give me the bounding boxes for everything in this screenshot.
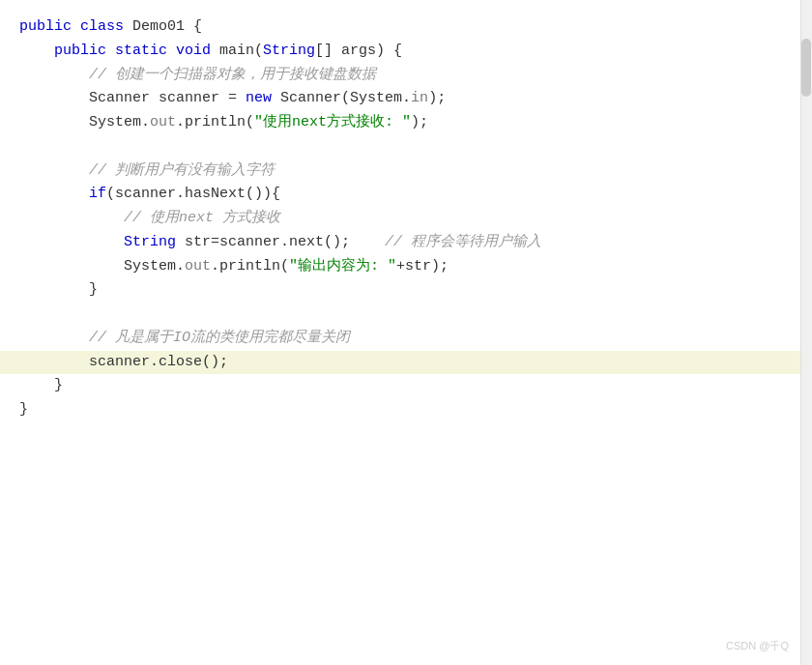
- token: );: [411, 114, 428, 130]
- token: Demo01 {: [132, 18, 202, 35]
- token: }: [19, 401, 28, 418]
- code-line: System.out.println("使用next方式接收: ");: [19, 111, 793, 135]
- token: .println(: [211, 258, 289, 275]
- code-line: Scanner scanner = new Scanner(System.in)…: [19, 87, 793, 111]
- token: str=scanner.next();: [176, 234, 350, 250]
- token: [19, 234, 124, 250]
- code-line: // 创建一个扫描器对象，用于接收键盘数据: [19, 64, 793, 88]
- token: public: [54, 43, 115, 59]
- token: );: [428, 90, 446, 106]
- code-line: scanner.close();: [0, 351, 812, 375]
- code-line: // 判断用户有没有输入字符: [19, 159, 793, 184]
- comment-text: // 判断用户有没有输入字符: [19, 162, 275, 179]
- code-line: // 凡是属于IO流的类使用完都尽量关闭: [19, 327, 793, 351]
- token: out: [185, 258, 211, 275]
- scrollbar[interactable]: [800, 0, 812, 665]
- comment-text: // 使用next 方式接收: [19, 210, 280, 226]
- token: "输出内容为: ": [289, 258, 396, 275]
- token: }: [19, 377, 63, 393]
- token: System.: [19, 114, 150, 130]
- token: "使用next方式接收: ": [254, 114, 411, 130]
- code-line: public static void main(String[] args) {: [19, 40, 793, 64]
- code-line: // 使用next 方式接收: [19, 207, 793, 231]
- token: // 程序会等待用户输入: [350, 234, 541, 250]
- token: System.: [19, 258, 185, 275]
- code-line: [19, 135, 793, 159]
- code-line: public class Demo01 {: [19, 15, 793, 40]
- token: Scanner: [89, 90, 150, 106]
- code-line: if(scanner.hasNext()){: [19, 183, 793, 207]
- token: [19, 186, 89, 202]
- token: +str);: [396, 258, 449, 275]
- token: Scanner(System.: [280, 90, 411, 106]
- code-line: [19, 303, 793, 327]
- token: static: [115, 43, 176, 59]
- code-line: String str=scanner.next(); // 程序会等待用户输入: [19, 231, 793, 255]
- code-line: }: [19, 398, 793, 422]
- token: if: [89, 186, 106, 202]
- token: [] args) {: [315, 43, 402, 59]
- token: String: [263, 43, 315, 59]
- token: scanner =: [150, 90, 246, 106]
- token: [19, 43, 54, 59]
- token: scanner.close();: [19, 354, 228, 370]
- scrollbar-thumb[interactable]: [801, 39, 811, 97]
- token: out: [150, 114, 176, 130]
- token: in: [411, 90, 428, 106]
- token: public: [19, 18, 80, 35]
- token: class: [80, 18, 132, 35]
- token: new: [246, 90, 280, 106]
- token: }: [19, 281, 98, 298]
- code-content: public class Demo01 { public static void…: [0, 0, 812, 438]
- comment-text: // 凡是属于IO流的类使用完都尽量关闭: [19, 330, 350, 346]
- token: .println(: [176, 114, 254, 130]
- token: void: [176, 43, 219, 59]
- token: [19, 90, 89, 106]
- code-editor: public class Demo01 { public static void…: [0, 0, 812, 665]
- token: main(: [219, 43, 263, 59]
- code-line: }: [19, 374, 793, 398]
- token: String: [124, 234, 176, 250]
- watermark: CSDN @千Q: [726, 639, 789, 653]
- code-line: System.out.println("输出内容为: "+str);: [19, 255, 793, 279]
- code-line: }: [19, 278, 793, 303]
- comment-text: // 创建一个扫描器对象，用于接收键盘数据: [19, 67, 376, 83]
- token: (scanner.hasNext()){: [106, 186, 280, 202]
